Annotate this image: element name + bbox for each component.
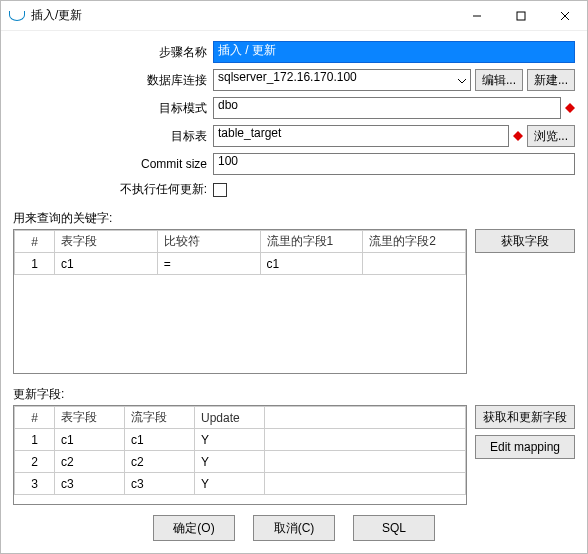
- close-button[interactable]: [543, 1, 587, 31]
- keys-col-rownum[interactable]: #: [15, 231, 55, 253]
- keys-section-label: 用来查询的关键字:: [13, 210, 575, 227]
- sql-button[interactable]: SQL: [353, 515, 435, 541]
- table-cell[interactable]: c2: [55, 451, 125, 473]
- updates-col-rownum[interactable]: #: [15, 407, 55, 429]
- table-label: 目标表: [13, 128, 213, 145]
- table-cell[interactable]: c3: [55, 473, 125, 495]
- svg-rect-1: [517, 12, 525, 20]
- table-cell[interactable]: c2: [125, 451, 195, 473]
- keys-col-stream1[interactable]: 流里的字段1: [260, 231, 363, 253]
- table-cell[interactable]: Y: [195, 429, 265, 451]
- table-cell[interactable]: [265, 429, 466, 451]
- updates-col-tablefield[interactable]: 表字段: [55, 407, 125, 429]
- get-fields-button[interactable]: 获取字段: [475, 229, 575, 253]
- no-update-label: 不执行任何更新:: [13, 181, 213, 198]
- schema-label: 目标模式: [13, 100, 213, 117]
- svg-marker-4: [565, 103, 575, 113]
- updates-col-streamfield[interactable]: 流字段: [125, 407, 195, 429]
- commit-size-input[interactable]: 100: [213, 153, 575, 175]
- table-cell[interactable]: 1: [15, 429, 55, 451]
- dialog-footer: 确定(O) 取消(C) SQL: [13, 505, 575, 553]
- app-icon: [9, 11, 25, 21]
- svg-marker-5: [513, 131, 523, 141]
- table-cell[interactable]: 2: [15, 451, 55, 473]
- window-title: 插入/更新: [31, 7, 82, 24]
- commit-size-label: Commit size: [13, 157, 213, 171]
- new-connection-button[interactable]: 新建...: [527, 69, 575, 91]
- connection-combo[interactable]: sqlserver_172.16.170.100: [213, 69, 471, 91]
- table-cell[interactable]: c1: [260, 253, 363, 275]
- keys-col-comparator[interactable]: 比较符: [157, 231, 260, 253]
- table-cell[interactable]: [363, 253, 466, 275]
- table-input[interactable]: table_target: [213, 125, 509, 147]
- updates-table[interactable]: # 表字段 流字段 Update 1c1c1Y2c2c2Y3c3c3Y: [13, 405, 467, 505]
- table-cell[interactable]: c1: [55, 253, 158, 275]
- updates-col-update[interactable]: Update: [195, 407, 265, 429]
- var-diamond-icon[interactable]: [513, 131, 523, 141]
- keys-table[interactable]: # 表字段 比较符 流里的字段1 流里的字段2 1c1=c1: [13, 229, 467, 374]
- step-name-input[interactable]: 插入 / 更新: [213, 41, 575, 63]
- table-cell[interactable]: [265, 451, 466, 473]
- keys-col-tablefield[interactable]: 表字段: [55, 231, 158, 253]
- table-row[interactable]: 1c1c1Y: [15, 429, 466, 451]
- cancel-button[interactable]: 取消(C): [253, 515, 335, 541]
- get-update-fields-button[interactable]: 获取和更新字段: [475, 405, 575, 429]
- table-row[interactable]: 3c3c3Y: [15, 473, 466, 495]
- edit-connection-button[interactable]: 编辑...: [475, 69, 523, 91]
- table-cell[interactable]: c1: [125, 429, 195, 451]
- table-cell[interactable]: Y: [195, 451, 265, 473]
- keys-col-stream2[interactable]: 流里的字段2: [363, 231, 466, 253]
- var-diamond-icon[interactable]: [565, 103, 575, 113]
- table-cell[interactable]: =: [157, 253, 260, 275]
- table-row[interactable]: 1c1=c1: [15, 253, 466, 275]
- titlebar[interactable]: 插入/更新: [1, 1, 587, 31]
- table-cell[interactable]: c3: [125, 473, 195, 495]
- step-name-label: 步骤名称: [13, 44, 213, 61]
- table-cell[interactable]: c1: [55, 429, 125, 451]
- browse-table-button[interactable]: 浏览...: [527, 125, 575, 147]
- maximize-button[interactable]: [499, 1, 543, 31]
- connection-label: 数据库连接: [13, 72, 213, 89]
- connection-value[interactable]: sqlserver_172.16.170.100: [213, 69, 471, 91]
- table-cell[interactable]: 3: [15, 473, 55, 495]
- edit-mapping-button[interactable]: Edit mapping: [475, 435, 575, 459]
- table-cell[interactable]: Y: [195, 473, 265, 495]
- no-update-checkbox[interactable]: [213, 183, 227, 197]
- schema-input[interactable]: dbo: [213, 97, 561, 119]
- table-cell[interactable]: [265, 473, 466, 495]
- table-row[interactable]: 2c2c2Y: [15, 451, 466, 473]
- updates-col-blank: [265, 407, 466, 429]
- ok-button[interactable]: 确定(O): [153, 515, 235, 541]
- minimize-button[interactable]: [455, 1, 499, 31]
- dialog-window: 插入/更新 步骤名称 插入 / 更新 数据库连接 sqlserver_172.1…: [0, 0, 588, 554]
- updates-section-label: 更新字段:: [13, 386, 575, 403]
- table-cell[interactable]: 1: [15, 253, 55, 275]
